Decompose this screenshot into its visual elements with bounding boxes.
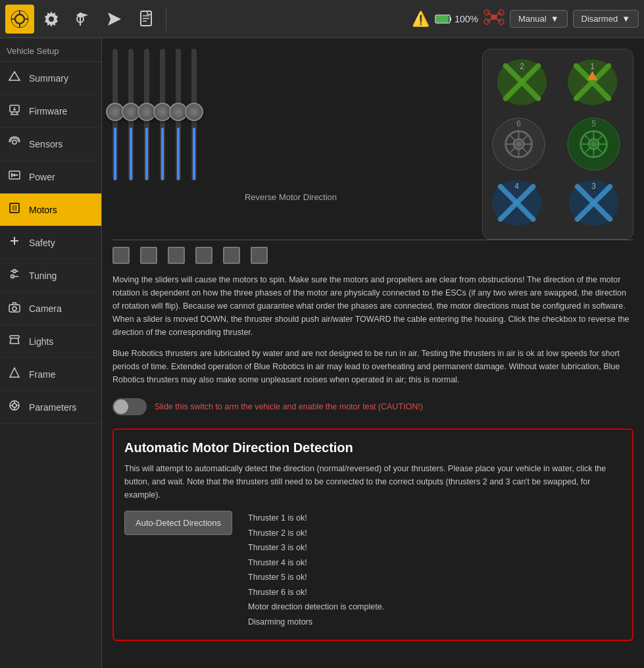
- svg-text:1: 1: [590, 62, 595, 71]
- motor-detection-complete: Motor direction detection is complete.: [248, 600, 384, 615]
- svg-text:5: 5: [591, 119, 596, 128]
- send-icon-btn[interactable]: [100, 5, 129, 34]
- svg-rect-32: [11, 173, 12, 177]
- svg-line-47: [18, 338, 19, 344]
- slider-track-2[interactable]: [128, 49, 134, 180]
- slider-fill-3: [145, 128, 148, 180]
- settings-icon-btn[interactable]: [37, 5, 66, 34]
- motor-checkbox-3[interactable]: [168, 247, 185, 264]
- sidebar-label-summary: Summary: [29, 73, 68, 84]
- sidebar-label-tuning: Tuning: [29, 270, 57, 281]
- warning-icon: ⚠️: [412, 11, 430, 28]
- motor-checkbox-5[interactable]: [223, 247, 240, 264]
- svg-text:6: 6: [516, 119, 521, 128]
- svg-rect-45: [10, 336, 19, 338]
- slider-1[interactable]: [112, 49, 118, 180]
- svg-point-29: [12, 140, 16, 144]
- sidebar-label-safety: Safety: [29, 238, 55, 248]
- sidebar-item-summary[interactable]: Summary: [0, 62, 101, 95]
- motor-checkbox-4[interactable]: [195, 247, 212, 264]
- doc-icon-btn[interactable]: [132, 5, 161, 34]
- slider-2[interactable]: [128, 49, 134, 180]
- arm-dropdown[interactable]: Disarmed ▼: [573, 10, 639, 28]
- sidebar-label-camera: Camera: [29, 303, 62, 314]
- svg-line-46: [10, 338, 11, 344]
- sidebar-item-frame[interactable]: Frame: [0, 358, 101, 391]
- motor-checkbox-2[interactable]: [140, 247, 157, 264]
- battery-indicator: 100%: [435, 14, 478, 24]
- toolbar: ⚠️ 100% Manual ▼: [0, 0, 644, 38]
- svg-point-7: [49, 16, 54, 22]
- slider-fill-6: [193, 128, 195, 180]
- arm-caution-text: Slide this switch to arm the vehicle and…: [155, 402, 423, 411]
- auto-detect-title: Automatic Motor Direction Detection: [124, 440, 622, 455]
- sidebar-label-sensors: Sensors: [29, 139, 62, 149]
- reverse-motor-label: Reverse Motor Direction: [112, 187, 469, 205]
- slider-track-4[interactable]: [160, 49, 165, 180]
- waypoint-icon-btn[interactable]: [68, 5, 97, 34]
- auto-detect-desc: This will attempt to automatically detec…: [124, 462, 622, 501]
- chevron-down-icon: ▼: [551, 14, 559, 24]
- toolbar-right: ⚠️ 100% Manual ▼: [412, 9, 639, 29]
- app-icon-btn[interactable]: [5, 5, 34, 34]
- sidebar-item-lights[interactable]: Lights: [0, 325, 101, 358]
- thruster-result-5: Thruster 5 is ok!: [248, 570, 384, 585]
- tuning-icon: [7, 267, 22, 284]
- motors-icon: [7, 201, 22, 218]
- motors-warning-text: Moving the sliders will cause the motors…: [102, 270, 644, 347]
- firmware-icon: [7, 103, 22, 119]
- auto-detect-btn[interactable]: Auto-Detect Directions: [124, 511, 232, 535]
- chevron-down-icon-arm: ▼: [622, 14, 630, 24]
- svg-point-51: [12, 403, 16, 407]
- svg-text:4: 4: [514, 182, 519, 191]
- auto-detect-body: Auto-Detect Directions Thruster 1 is ok!…: [124, 511, 622, 629]
- thruster-results: Thruster 1 is ok! Thruster 2 is ok! Thru…: [248, 511, 384, 629]
- sidebar-item-power[interactable]: Power: [0, 161, 101, 193]
- slider-5[interactable]: [176, 49, 181, 180]
- sidebar-item-parameters[interactable]: Parameters: [0, 391, 101, 424]
- mode-dropdown[interactable]: Manual ▼: [510, 10, 568, 28]
- slider-track-5[interactable]: [176, 49, 181, 180]
- svg-point-40: [13, 270, 16, 273]
- sidebar-item-motors[interactable]: Motors: [0, 193, 101, 226]
- slider-6[interactable]: [191, 49, 197, 180]
- slider-3[interactable]: [144, 49, 149, 180]
- thruster-result-4: Thruster 4 is ok!: [248, 555, 384, 571]
- sidebar-item-sensors[interactable]: Sensors: [0, 128, 101, 161]
- sidebar: Vehicle Setup Summary Firmware Sensors P…: [0, 38, 102, 668]
- disarming-motors: Disarming motors: [248, 615, 384, 630]
- sidebar-label-parameters: Parameters: [29, 402, 76, 413]
- slider-fill-2: [130, 128, 132, 180]
- thruster-result-2: Thruster 2 is ok!: [248, 526, 384, 541]
- safety-icon: [7, 234, 22, 251]
- sliders-section: Reverse Motor Direction 2: [102, 38, 644, 240]
- sidebar-item-safety[interactable]: Safety: [0, 226, 101, 259]
- thruster-result-6: Thruster 6 is ok!: [248, 585, 384, 600]
- camera-icon: [7, 300, 22, 317]
- slider-track-3[interactable]: [144, 49, 149, 180]
- slider-fill-1: [114, 128, 116, 180]
- sidebar-label-motors: Motors: [29, 205, 57, 215]
- motor-checkbox-1[interactable]: [112, 247, 130, 264]
- slider-thumb-6[interactable]: [185, 103, 203, 121]
- slider-track-6[interactable]: [191, 49, 197, 180]
- svg-rect-12: [450, 17, 451, 21]
- sidebar-item-tuning[interactable]: Tuning: [0, 259, 101, 292]
- sidebar-item-firmware[interactable]: Firmware: [0, 95, 101, 128]
- svg-text:3: 3: [591, 182, 596, 191]
- slider-track-1[interactable]: [112, 49, 118, 180]
- frame-icon: [7, 366, 22, 382]
- sensors-icon: [7, 136, 22, 152]
- arm-toggle[interactable]: [112, 398, 147, 415]
- svg-rect-34: [16, 174, 18, 176]
- motor-checkbox-6[interactable]: [251, 247, 268, 264]
- sliders-container: [112, 49, 469, 187]
- sidebar-label-frame: Frame: [29, 369, 55, 380]
- sidebar-label-lights: Lights: [29, 336, 53, 347]
- sidebar-title: Vehicle Setup: [0, 38, 101, 62]
- arm-row: Slide this switch to arm the vehicle and…: [102, 394, 644, 423]
- sidebar-item-camera[interactable]: Camera: [0, 292, 101, 325]
- slider-4[interactable]: [160, 49, 165, 180]
- lubrication-text: Blue Robotics thrusters are lubricated b…: [102, 347, 644, 394]
- slider-fill-5: [177, 128, 180, 180]
